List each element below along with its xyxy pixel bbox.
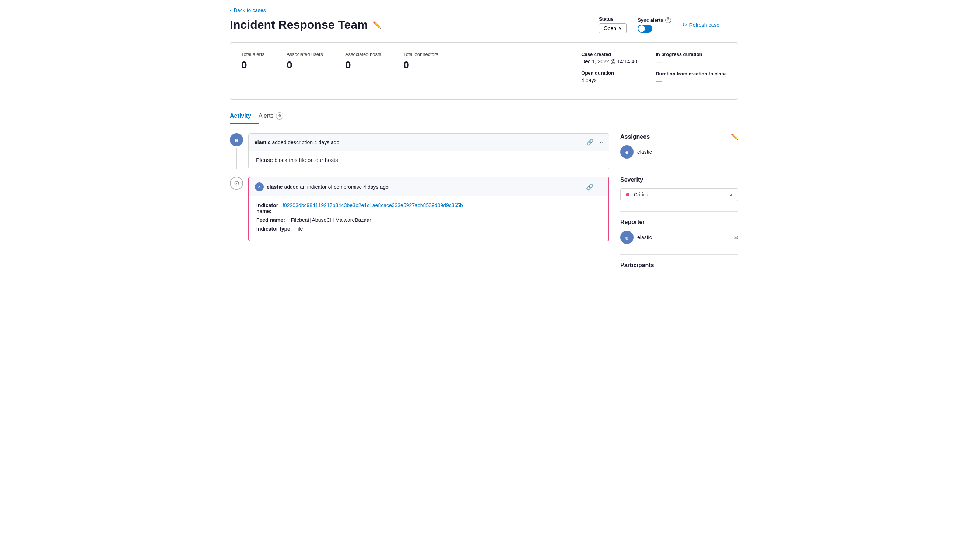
severity-dot (626, 193, 630, 197)
refresh-case-button[interactable]: ↻ Refresh case (682, 21, 719, 28)
reporter-section: Reporter e elastic ✉ (620, 219, 738, 244)
stats-card: Total alerts 0 Associated users 0 Associ… (230, 42, 738, 100)
indicator-name-label: Indicatorname: (256, 202, 278, 214)
associated-users-value: 0 (287, 59, 323, 71)
total-alerts-value: 0 (241, 59, 264, 71)
total-alerts-label: Total alerts (241, 51, 264, 57)
sync-alerts-label: Sync alerts (638, 17, 663, 23)
back-to-cases-label: Back to cases (234, 7, 266, 13)
reporter-name: elastic (637, 235, 730, 240)
assignees-title: Assignees (620, 134, 650, 140)
avatar-elastic-1: e (230, 133, 243, 147)
reporter-avatar: e (620, 231, 633, 244)
in-progress-value: — (656, 58, 727, 65)
severity-left: Critical (626, 192, 650, 198)
in-progress-label: In progress duration (656, 51, 727, 57)
case-dates-col: Case created Dec 1, 2022 @ 14:14:40 Open… (581, 51, 637, 91)
total-connectors-label: Total connectors (403, 51, 438, 57)
severity-header: Severity (620, 177, 738, 183)
indicator-feed-value: [Filebeat] AbuseCH MalwareBazaar (290, 217, 371, 223)
case-created-value: Dec 1, 2022 @ 14:14:40 (581, 58, 637, 64)
status-label: Status (599, 16, 614, 22)
reporter-title: Reporter (620, 219, 645, 226)
activity-item-1: e elastic added description 4 days ago 🔗… (230, 133, 609, 169)
info-icon[interactable]: ? (665, 17, 671, 23)
participants-title: Participants (620, 262, 654, 268)
case-duration-col: In progress duration — Duration from cre… (656, 51, 727, 91)
chevron-down-icon: ∨ (618, 26, 622, 31)
alerts-tab-label: Alerts (259, 112, 273, 119)
associated-users-label: Associated users (287, 51, 323, 57)
activity-card-2: e elastic added an indicator of compromi… (248, 177, 609, 241)
total-connectors-value: 0 (403, 59, 438, 71)
sync-label-row: Sync alerts ? (638, 17, 671, 23)
total-alerts-stat: Total alerts 0 (241, 51, 264, 71)
sidebar-panel: Assignees ✏️ e elastic Severity Critical (620, 133, 738, 279)
assignees-header: Assignees ✏️ (620, 133, 738, 140)
header-right: Status Open ∨ Sync alerts ? ✓ (599, 16, 738, 33)
reporter-header: Reporter (620, 219, 738, 226)
case-header: Incident Response Team ✏️ Status Open ∨ … (230, 16, 738, 33)
lab-icon: ⚗ (276, 112, 283, 120)
tab-activity[interactable]: Activity (230, 109, 259, 124)
edit-title-button[interactable]: ✏️ (373, 21, 381, 29)
severity-value: Critical (634, 192, 650, 198)
indicator-feed-row: Feed name: [Filebeat] AbuseCH MalwareBaz… (256, 217, 601, 223)
stats-left: Total alerts 0 Associated users 0 Associ… (241, 51, 581, 71)
card-actions-1: 🔗 ··· (587, 139, 603, 146)
target-icon-2: ⊙ (230, 177, 243, 190)
reporter-item: e elastic ✉ (620, 231, 738, 244)
open-duration-label: Open duration (581, 70, 637, 76)
avatar-elastic-2: e (255, 182, 264, 191)
card-header-2: e elastic added an indicator of compromi… (249, 177, 608, 197)
activity-item-2: ⊙ e elastic added an indicator of compro… (230, 177, 609, 241)
link-icon-1[interactable]: 🔗 (587, 139, 594, 146)
assignee-elastic: e elastic (620, 145, 738, 159)
sync-alerts-group: Sync alerts ? ✓ (638, 17, 671, 33)
open-duration-value: 4 days (581, 77, 637, 83)
tab-alerts[interactable]: Alerts ⚗ (259, 109, 291, 124)
back-to-cases-link[interactable]: ‹ Back to cases (230, 7, 738, 13)
link-icon-2[interactable]: 🔗 (586, 183, 593, 191)
stats-right: Case created Dec 1, 2022 @ 14:14:40 Open… (581, 51, 727, 91)
severity-chevron-icon: ∨ (729, 192, 733, 198)
indicator-detail: Indicatorname: f02203dbc984119217b3443be… (249, 197, 608, 241)
mail-icon[interactable]: ✉ (733, 234, 738, 241)
indicator-feed-label: Feed name: (256, 217, 285, 223)
more-icon-1[interactable]: ··· (598, 139, 603, 146)
sync-toggle[interactable]: ✓ (638, 25, 652, 33)
status-group: Status Open ∨ (599, 16, 627, 33)
card-header-1: elastic added description 4 days ago 🔗 ·… (249, 134, 609, 151)
edit-assignees-button[interactable]: ✏️ (731, 133, 738, 140)
card-header-text-1: elastic added description 4 days ago (255, 139, 339, 145)
participants-section: Participants (620, 262, 738, 269)
content-area: e elastic added description 4 days ago 🔗… (230, 133, 738, 279)
refresh-case-label: Refresh case (689, 22, 719, 28)
status-value: Open (604, 25, 616, 31)
tabs-row: Activity Alerts ⚗ (230, 109, 738, 124)
indicator-type-row: Indicator type: file (256, 226, 601, 232)
assignees-section: Assignees ✏️ e elastic (620, 133, 738, 159)
activity-feed: e elastic added description 4 days ago 🔗… (230, 133, 609, 279)
indicator-name-value: f02203dbc984119217b3443be3b2e1c1ae8cace3… (282, 202, 463, 214)
associated-hosts-label: Associated hosts (345, 51, 381, 57)
more-icon-2[interactable]: ··· (598, 183, 603, 190)
severity-title: Severity (620, 177, 643, 183)
status-dropdown[interactable]: Open ∨ (599, 23, 627, 33)
assignee-name: elastic (637, 149, 652, 155)
refresh-icon: ↻ (682, 21, 687, 28)
indicator-name-row: Indicatorname: f02203dbc984119217b3443be… (256, 202, 601, 214)
header-left: Incident Response Team ✏️ (230, 18, 381, 31)
associated-hosts-stat: Associated hosts 0 (345, 51, 381, 71)
duration-close-value: — (656, 78, 727, 84)
card-body-text-1: Please block this file on our hosts (256, 157, 338, 163)
duration-close-label: Duration from creation to close (656, 71, 727, 76)
indicator-type-value: file (296, 226, 303, 232)
card-header-text-2: elastic added an indicator of compromise… (267, 184, 389, 190)
total-connectors-stat: Total connectors 0 (403, 51, 438, 71)
associated-users-stat: Associated users 0 (287, 51, 323, 71)
severity-dropdown[interactable]: Critical ∨ (620, 188, 738, 201)
assignee-avatar: e (620, 145, 633, 159)
more-options-button[interactable]: ··· (731, 21, 738, 29)
chevron-left-icon: ‹ (230, 7, 232, 13)
